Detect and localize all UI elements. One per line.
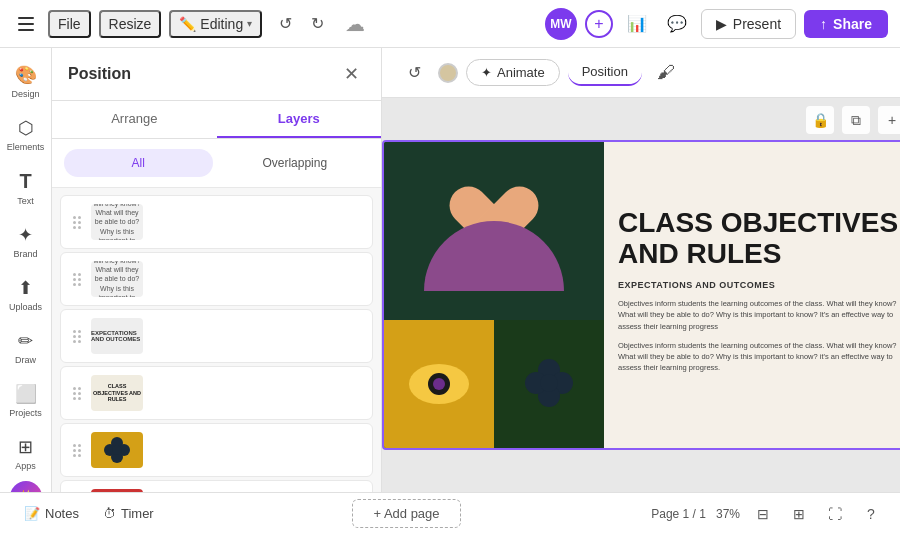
sidebar-label-draw: Draw	[15, 355, 36, 365]
redo-button[interactable]: ↻	[302, 9, 332, 39]
slide-bottom-grid	[384, 320, 604, 448]
slide-canvas[interactable]: CLASS OBJECTIVES AND RULES EXPECTATIONS …	[382, 140, 900, 450]
present-icon: ▶	[716, 16, 727, 32]
layer-text-content: Objectives inform students the learning …	[91, 204, 143, 240]
animate-label: Animate	[497, 65, 545, 80]
fullscreen-icon[interactable]: ⛶	[822, 501, 848, 527]
draw-icon: ✏	[18, 330, 33, 352]
layer-item[interactable]: EXPECTATIONS AND OUTCOMES	[60, 309, 373, 363]
add-icon[interactable]: +	[878, 106, 900, 134]
slide-right-content: CLASS OBJECTIVES AND RULES EXPECTATIONS …	[604, 142, 900, 448]
text-icon: T	[19, 170, 31, 193]
slide-top-graphic	[384, 142, 604, 320]
sidebar-item-projects[interactable]: ⬜ Projects	[3, 375, 49, 426]
sidebar-item-brand[interactable]: ✦ Brand	[3, 216, 49, 267]
drag-handle[interactable]	[71, 385, 83, 402]
eye-iris	[433, 378, 445, 390]
canvas-area: ↺ ✦ Animate Position 🖌 🔒 ⧉ +	[382, 48, 900, 492]
layer-item[interactable]	[60, 480, 373, 492]
filter-all-button[interactable]: All	[64, 149, 213, 177]
drag-handle[interactable]	[71, 214, 83, 231]
undo-redo-group: ↺ ↻	[270, 9, 332, 39]
present-button[interactable]: ▶ Present	[701, 9, 796, 39]
magic-icon[interactable]: ✨	[10, 481, 42, 492]
flower-graphic	[522, 356, 577, 411]
slide-body-1: Objectives inform students the learning …	[618, 298, 900, 332]
color-picker[interactable]	[438, 63, 458, 83]
panel-filter: All Overlapping	[52, 139, 381, 188]
panel-title: Position	[68, 65, 131, 83]
animate-button[interactable]: ✦ Animate	[466, 59, 560, 86]
drag-handle[interactable]	[71, 328, 83, 345]
apps-icon: ⊞	[18, 436, 33, 458]
layer-item[interactable]: Objectives inform students the learning …	[60, 252, 373, 306]
filter-overlapping-button[interactable]: Overlapping	[221, 149, 370, 177]
position-button[interactable]: Position	[568, 59, 642, 86]
layer-item[interactable]	[60, 423, 373, 477]
sidebar-label-text: Text	[17, 196, 34, 206]
sidebar-item-draw[interactable]: ✏ Draw	[3, 322, 49, 373]
present-label: Present	[733, 16, 781, 32]
help-icon[interactable]: ?	[858, 501, 884, 527]
undo-button[interactable]: ↺	[270, 9, 300, 39]
uploads-icon: ⬆	[18, 277, 33, 299]
resize-label: Resize	[109, 16, 152, 32]
canvas-toolbar: ↺ ✦ Animate Position 🖌	[382, 48, 900, 98]
topbar-right: MW + 📊 💬 ▶ Present ↑ Share	[545, 8, 888, 40]
eye-graphic	[409, 364, 469, 404]
sidebar-label-brand: Brand	[13, 249, 37, 259]
resize-button[interactable]: Resize	[99, 10, 162, 38]
drag-handle[interactable]	[71, 271, 83, 288]
sidebar-label-uploads: Uploads	[9, 302, 42, 312]
analytics-icon[interactable]: 📊	[621, 8, 653, 40]
layout-view-icon[interactable]: ⊞	[786, 501, 812, 527]
lock-icon[interactable]: 🔒	[806, 106, 834, 134]
refresh-icon[interactable]: ↺	[398, 57, 430, 89]
svg-point-15	[540, 374, 558, 392]
canvas-top-icons: 🔒 ⧉ +	[806, 106, 900, 134]
share-button[interactable]: ↑ Share	[804, 10, 888, 38]
sidebar-label-design: Design	[11, 89, 39, 99]
sidebar-label-elements: Elements	[7, 142, 45, 152]
slide-body-2: Objectives inform students the learning …	[618, 340, 900, 374]
copy-icon[interactable]: ⧉	[842, 106, 870, 134]
comments-icon[interactable]: 💬	[661, 8, 693, 40]
notes-button[interactable]: 📝 Notes	[16, 502, 87, 525]
file-menu[interactable]: File	[48, 10, 91, 38]
bottom-center: + Add page	[174, 499, 640, 528]
cross-graphic	[434, 171, 554, 291]
expectations-label: EXPECTATIONS AND OUTCOMES	[91, 330, 143, 342]
sidebar-item-uploads[interactable]: ⬆ Uploads	[3, 269, 49, 320]
layer-thumbnail: Objectives inform students the learning …	[91, 204, 143, 240]
design-icon: 🎨	[15, 64, 37, 86]
projects-icon: ⬜	[15, 383, 37, 405]
layer-item[interactable]: CLASS OBJECTIVES AND RULES	[60, 366, 373, 420]
purple-dome	[424, 221, 564, 291]
zoom-level: 37%	[716, 507, 740, 521]
sidebar-item-elements[interactable]: ⬡ Elements	[3, 109, 49, 160]
left-sidebar: 🎨 Design ⬡ Elements T Text ✦ Brand ⬆ Upl…	[0, 48, 52, 492]
paint-icon[interactable]: 🖌	[650, 57, 682, 89]
timer-button[interactable]: ⏱ Timer	[95, 502, 162, 525]
grid-view-icon[interactable]: ⊟	[750, 501, 776, 527]
sidebar-item-apps[interactable]: ⊞ Apps	[3, 428, 49, 479]
sidebar-item-text[interactable]: T Text	[3, 162, 49, 214]
add-page-button[interactable]: + Add page	[352, 499, 460, 528]
cloud-save-icon: ☁	[340, 9, 370, 39]
tab-arrange[interactable]: Arrange	[52, 101, 217, 138]
editing-mode-button[interactable]: ✏️ Editing ▾	[169, 10, 262, 38]
tab-layers[interactable]: Layers	[217, 101, 382, 138]
layer-thumbnail: Objectives inform students the learning …	[91, 261, 143, 297]
close-panel-button[interactable]: ✕	[337, 60, 365, 88]
page-info: Page 1 / 1	[651, 507, 706, 521]
elements-icon: ⬡	[18, 117, 34, 139]
eye-pupil	[428, 373, 450, 395]
sidebar-item-design[interactable]: 🎨 Design	[3, 56, 49, 107]
menu-icon[interactable]	[12, 10, 40, 38]
canvas-wrapper[interactable]: 🔒 ⧉ +	[382, 98, 900, 492]
layer-item[interactable]: Objectives inform students the learning …	[60, 195, 373, 249]
drag-handle[interactable]	[71, 442, 83, 459]
layer-thumbnail: EXPECTATIONS AND OUTCOMES	[91, 318, 143, 354]
avatar[interactable]: MW	[545, 8, 577, 40]
add-collaborator-button[interactable]: +	[585, 10, 613, 38]
